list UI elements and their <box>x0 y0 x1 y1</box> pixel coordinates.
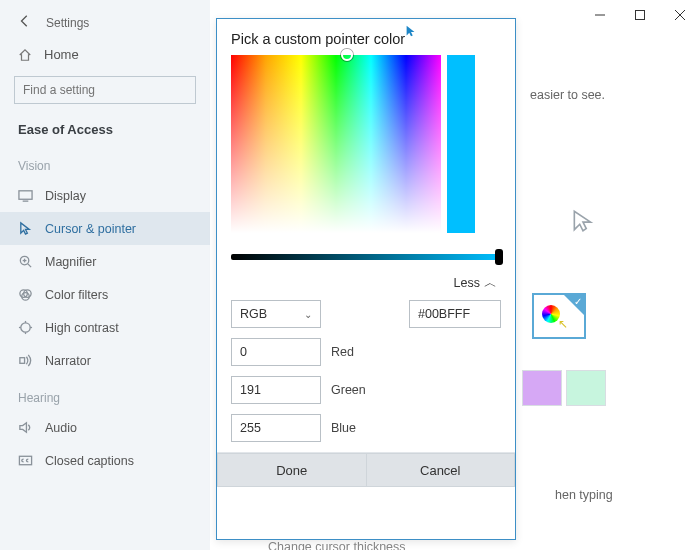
sidebar-item-cursor-pointer[interactable]: Cursor & pointer <box>0 212 210 245</box>
window-controls <box>580 0 700 30</box>
blue-label: Blue <box>331 421 356 435</box>
value-slider[interactable] <box>231 251 501 263</box>
chevron-up-icon: ︿ <box>484 275 497 292</box>
search-input[interactable] <box>14 76 196 104</box>
red-input[interactable] <box>231 338 321 366</box>
svg-rect-1 <box>636 11 645 20</box>
color-swatch[interactable] <box>522 370 562 406</box>
audio-icon <box>18 420 33 435</box>
sidebar-item-label: Display <box>45 189 86 203</box>
format-value: RGB <box>240 307 267 321</box>
red-label: Red <box>331 345 354 359</box>
close-button[interactable] <box>660 0 700 30</box>
green-label: Green <box>331 383 366 397</box>
back-button[interactable] <box>18 14 32 31</box>
display-icon <box>18 188 33 203</box>
color-filters-icon <box>18 287 33 302</box>
sidebar-item-label: Narrator <box>45 354 91 368</box>
sidebar-item-label: Closed captions <box>45 454 134 468</box>
cursor-overlay-icon <box>404 24 418 41</box>
app-title: Settings <box>46 16 89 30</box>
group-vision: Vision <box>0 145 210 179</box>
checkmark-icon: ✓ <box>574 296 582 307</box>
sidebar-item-label: Magnifier <box>45 255 96 269</box>
group-hearing: Hearing <box>0 377 210 411</box>
minimize-button[interactable] <box>580 0 620 30</box>
svg-rect-4 <box>19 191 32 199</box>
narrator-icon <box>18 353 33 368</box>
sidebar-item-narrator[interactable]: Narrator <box>0 344 210 377</box>
sidebar-item-label: Cursor & pointer <box>45 222 136 236</box>
svg-marker-19 <box>20 423 27 432</box>
slider-track <box>231 254 501 260</box>
sidebar-item-magnifier[interactable]: Magnifier <box>0 245 210 278</box>
closed-captions-icon <box>18 453 33 468</box>
search-container <box>14 76 196 104</box>
saturation-field[interactable] <box>231 55 441 233</box>
partial-text: hen typing <box>555 488 613 502</box>
sidebar-item-label: Color filters <box>45 288 108 302</box>
sidebar-item-display[interactable]: Display <box>0 179 210 212</box>
green-input[interactable] <box>231 376 321 404</box>
dialog-title: Pick a custom pointer color <box>217 19 515 55</box>
sidebar-home[interactable]: Home <box>0 37 210 72</box>
sidebar-item-audio[interactable]: Audio <box>0 411 210 444</box>
pointer-mini-icon: ↖ <box>558 317 568 331</box>
partial-text: easier to see. <box>530 88 605 102</box>
sidebar: Settings Home Ease of Access Vision Disp… <box>0 0 210 550</box>
svg-point-13 <box>21 323 30 332</box>
sidebar-item-color-filters[interactable]: Color filters <box>0 278 210 311</box>
color-format-select[interactable]: RGB ⌄ <box>231 300 321 328</box>
home-icon <box>18 48 32 62</box>
cursor-icon <box>18 221 33 236</box>
blue-input[interactable] <box>231 414 321 442</box>
section-header: Ease of Access <box>0 114 210 145</box>
home-label: Home <box>44 47 79 62</box>
cancel-button[interactable]: Cancel <box>367 453 516 487</box>
hex-input[interactable] <box>409 300 501 328</box>
magnifier-icon <box>18 254 33 269</box>
thickness-label: Change cursor thickness <box>268 540 406 550</box>
sidebar-item-label: High contrast <box>45 321 119 335</box>
high-contrast-icon <box>18 320 33 335</box>
custom-color-swatch[interactable]: ✓ ↖ <box>532 293 586 339</box>
less-toggle[interactable]: Less︿ <box>454 276 497 290</box>
hue-preview[interactable] <box>447 55 475 233</box>
color-swatch[interactable] <box>566 370 606 406</box>
maximize-button[interactable] <box>620 0 660 30</box>
color-picker-dialog: Pick a custom pointer color Less︿ RGB ⌄ … <box>216 18 516 540</box>
pointer-preview-icon <box>570 208 596 237</box>
sidebar-item-label: Audio <box>45 421 77 435</box>
suggested-swatches <box>522 370 606 406</box>
done-button[interactable]: Done <box>217 453 367 487</box>
slider-thumb[interactable] <box>495 249 503 265</box>
sidebar-item-high-contrast[interactable]: High contrast <box>0 311 210 344</box>
chevron-down-icon: ⌄ <box>304 309 312 320</box>
sidebar-item-closed-captions[interactable]: Closed captions <box>0 444 210 477</box>
picker-handle[interactable] <box>341 49 353 61</box>
svg-rect-18 <box>20 358 25 364</box>
svg-line-7 <box>28 264 31 267</box>
